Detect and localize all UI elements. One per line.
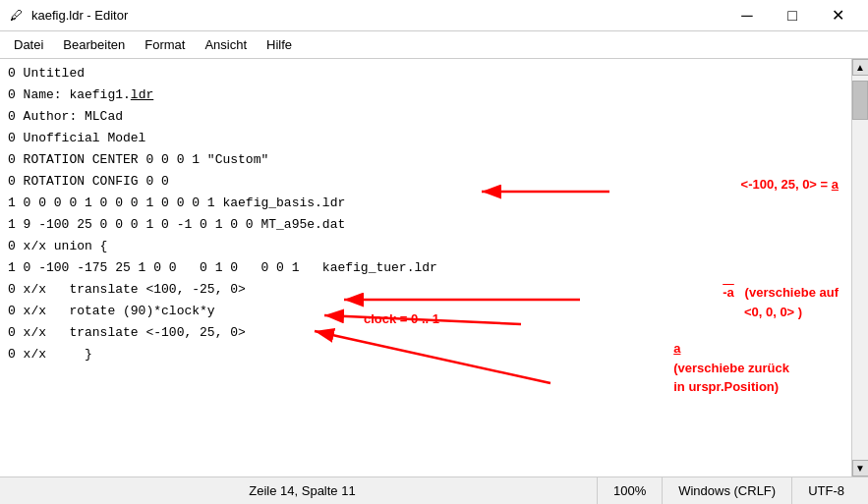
menu-format[interactable]: Format [135, 33, 195, 56]
menu-bar: Datei Bearbeiten Format Ansicht Hilfe [0, 31, 868, 59]
editor-line: 0 x/x translate <-100, 25, 0> [8, 322, 843, 344]
menu-hilfe[interactable]: Hilfe [257, 33, 302, 56]
editor-line: 0 x/x rotate (90)*clock*y [8, 301, 843, 322]
editor-line: 0 Name: kaefig1.ldr [8, 84, 843, 106]
status-bar: Zeile 14, Spalte 11 100% Windows (CRLF) … [0, 476, 868, 504]
editor-text[interactable]: 0 Untitled0 Name: kaefig1.ldr0 Author: M… [0, 59, 851, 476]
editor-line: 1 0 -100 -175 25 1 0 0 0 1 0 0 0 1 kaefi… [8, 257, 843, 279]
menu-datei[interactable]: Datei [4, 33, 53, 56]
menu-bearbeiten[interactable]: Bearbeiten [53, 33, 135, 56]
editor-line: 0 Unofficial Model [8, 128, 843, 149]
editor-line: 0 x/x } [8, 344, 843, 365]
scroll-down-button[interactable]: ▼ [852, 460, 869, 476]
editor-line: 1 9 -100 25 0 0 0 1 0 -1 0 1 0 0 MT_a95e… [8, 214, 843, 236]
title-bar: 🖊 kaefig.ldr - Editor ─ □ ✕ [0, 0, 868, 31]
status-lineending: Windows (CRLF) [663, 477, 792, 504]
minimize-button[interactable]: ─ [724, 0, 770, 31]
editor-line: 1 0 0 0 0 1 0 0 0 1 0 0 0 1 kaefig_basis… [8, 193, 843, 214]
editor-line: 0 x/x union { [8, 236, 843, 257]
scrollbar[interactable]: ▲ ▼ [851, 59, 868, 476]
editor-line: 0 x/x translate <100, -25, 0> [8, 279, 843, 301]
editor-line: 0 Untitled [8, 63, 843, 84]
menu-ansicht[interactable]: Ansicht [195, 33, 257, 56]
close-button[interactable]: ✕ [815, 0, 860, 31]
maximize-button[interactable]: □ [770, 0, 815, 31]
window-controls: ─ □ ✕ [724, 0, 860, 31]
editor-line: 0 ROTATION CENTER 0 0 0 1 "Custom" [8, 149, 843, 171]
app-icon: 🖊 [8, 8, 24, 24]
editor-container: 0 Untitled0 Name: kaefig1.ldr0 Author: M… [0, 59, 868, 476]
window-title: kaefig.ldr - Editor [31, 8, 717, 23]
editor-line: 0 Author: MLCad [8, 106, 843, 128]
status-zoom: 100% [598, 477, 663, 504]
scrollbar-thumb[interactable] [852, 81, 868, 120]
status-position: Zeile 14, Spalte 11 [8, 477, 598, 504]
status-encoding: UTF-8 [792, 477, 860, 504]
scrollbar-track[interactable] [852, 76, 868, 460]
editor-line: 0 ROTATION CONFIG 0 0 [8, 171, 843, 193]
scroll-up-button[interactable]: ▲ [852, 59, 869, 76]
